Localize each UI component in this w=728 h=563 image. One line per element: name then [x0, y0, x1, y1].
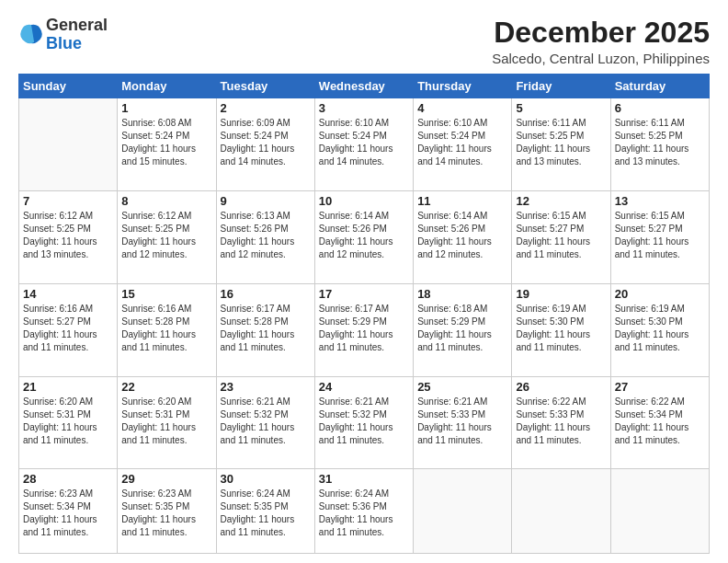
calendar-cell: 25Sunrise: 6:21 AMSunset: 5:33 PMDayligh… [414, 376, 512, 469]
month-title: December 2025 [492, 17, 710, 49]
day-info: Sunrise: 6:13 AMSunset: 5:26 PMDaylight:… [221, 210, 311, 261]
day-number: 5 [516, 101, 606, 115]
page: General Blue December 2025 Salcedo, Cent… [0, 0, 728, 563]
calendar-cell: 23Sunrise: 6:21 AMSunset: 5:32 PMDayligh… [216, 376, 314, 469]
calendar-cell: 10Sunrise: 6:14 AMSunset: 5:26 PMDayligh… [314, 190, 413, 283]
calendar-week-row: 21Sunrise: 6:20 AMSunset: 5:31 PMDayligh… [19, 376, 710, 469]
calendar-cell: 22Sunrise: 6:20 AMSunset: 5:31 PMDayligh… [118, 376, 216, 469]
day-number: 6 [615, 101, 705, 115]
day-info: Sunrise: 6:24 AMSunset: 5:36 PMDaylight:… [319, 488, 409, 539]
day-info: Sunrise: 6:21 AMSunset: 5:32 PMDaylight:… [221, 396, 311, 447]
day-number: 14 [23, 287, 113, 301]
calendar-cell: 2Sunrise: 6:09 AMSunset: 5:24 PMDaylight… [216, 98, 314, 191]
location-title: Salcedo, Central Luzon, Philippines [492, 51, 710, 66]
calendar-cell: 3Sunrise: 6:10 AMSunset: 5:24 PMDaylight… [314, 98, 413, 191]
day-number: 31 [319, 472, 409, 486]
day-info: Sunrise: 6:14 AMSunset: 5:26 PMDaylight:… [417, 210, 507, 261]
calendar-cell: 20Sunrise: 6:19 AMSunset: 5:30 PMDayligh… [610, 283, 709, 376]
calendar-cell: 14Sunrise: 6:16 AMSunset: 5:27 PMDayligh… [19, 283, 118, 376]
day-number: 10 [319, 194, 409, 208]
calendar-cell: 16Sunrise: 6:17 AMSunset: 5:28 PMDayligh… [216, 283, 314, 376]
day-info: Sunrise: 6:18 AMSunset: 5:29 PMDaylight:… [417, 303, 507, 354]
day-number: 2 [221, 101, 311, 115]
day-number: 20 [615, 287, 705, 301]
day-number: 11 [417, 194, 507, 208]
calendar-cell: 30Sunrise: 6:24 AMSunset: 5:35 PMDayligh… [216, 469, 314, 554]
day-number: 22 [121, 380, 211, 394]
day-info: Sunrise: 6:22 AMSunset: 5:33 PMDaylight:… [516, 396, 606, 447]
header: General Blue December 2025 Salcedo, Cent… [18, 17, 710, 66]
calendar-cell: 19Sunrise: 6:19 AMSunset: 5:30 PMDayligh… [512, 283, 610, 376]
day-number: 12 [516, 194, 606, 208]
day-info: Sunrise: 6:17 AMSunset: 5:28 PMDaylight:… [221, 303, 311, 354]
calendar-cell: 27Sunrise: 6:22 AMSunset: 5:34 PMDayligh… [610, 376, 709, 469]
calendar-cell: 6Sunrise: 6:11 AMSunset: 5:25 PMDaylight… [610, 98, 709, 191]
day-info: Sunrise: 6:17 AMSunset: 5:29 PMDaylight:… [319, 303, 409, 354]
day-info: Sunrise: 6:09 AMSunset: 5:24 PMDaylight:… [221, 117, 311, 168]
calendar-cell: 17Sunrise: 6:17 AMSunset: 5:29 PMDayligh… [314, 283, 413, 376]
calendar-cell [512, 469, 610, 554]
calendar-cell: 13Sunrise: 6:15 AMSunset: 5:27 PMDayligh… [610, 190, 709, 283]
day-number: 21 [23, 380, 113, 394]
day-info: Sunrise: 6:19 AMSunset: 5:30 PMDaylight:… [615, 303, 705, 354]
day-info: Sunrise: 6:21 AMSunset: 5:33 PMDaylight:… [417, 396, 507, 447]
day-number: 4 [417, 101, 507, 115]
calendar-cell: 26Sunrise: 6:22 AMSunset: 5:33 PMDayligh… [512, 376, 610, 469]
weekday-header-cell: Sunday [19, 75, 118, 98]
calendar-week-row: 1Sunrise: 6:08 AMSunset: 5:24 PMDaylight… [19, 98, 710, 191]
calendar-cell: 28Sunrise: 6:23 AMSunset: 5:34 PMDayligh… [19, 469, 118, 554]
day-info: Sunrise: 6:22 AMSunset: 5:34 PMDaylight:… [615, 396, 705, 447]
day-number: 15 [121, 287, 211, 301]
day-number: 3 [319, 101, 409, 115]
calendar-cell: 4Sunrise: 6:10 AMSunset: 5:24 PMDaylight… [414, 98, 512, 191]
weekday-header-cell: Saturday [610, 75, 709, 98]
day-info: Sunrise: 6:20 AMSunset: 5:31 PMDaylight:… [23, 396, 113, 447]
day-number: 28 [23, 472, 113, 486]
day-info: Sunrise: 6:11 AMSunset: 5:25 PMDaylight:… [516, 117, 606, 168]
day-info: Sunrise: 6:23 AMSunset: 5:34 PMDaylight:… [23, 488, 113, 539]
day-number: 23 [221, 380, 311, 394]
calendar-cell: 1Sunrise: 6:08 AMSunset: 5:24 PMDaylight… [118, 98, 216, 191]
day-info: Sunrise: 6:15 AMSunset: 5:27 PMDaylight:… [516, 210, 606, 261]
weekday-header-cell: Wednesday [314, 75, 413, 98]
day-number: 29 [121, 472, 211, 486]
day-number: 24 [319, 380, 409, 394]
day-info: Sunrise: 6:10 AMSunset: 5:24 PMDaylight:… [319, 117, 409, 168]
calendar-week-row: 7Sunrise: 6:12 AMSunset: 5:25 PMDaylight… [19, 190, 710, 283]
day-number: 1 [121, 101, 211, 115]
day-info: Sunrise: 6:12 AMSunset: 5:25 PMDaylight:… [121, 210, 211, 261]
calendar-cell: 12Sunrise: 6:15 AMSunset: 5:27 PMDayligh… [512, 190, 610, 283]
day-info: Sunrise: 6:21 AMSunset: 5:32 PMDaylight:… [319, 396, 409, 447]
calendar-cell: 11Sunrise: 6:14 AMSunset: 5:26 PMDayligh… [414, 190, 512, 283]
day-info: Sunrise: 6:24 AMSunset: 5:35 PMDaylight:… [221, 488, 311, 539]
title-block: December 2025 Salcedo, Central Luzon, Ph… [492, 17, 710, 66]
weekday-header-cell: Tuesday [216, 75, 314, 98]
weekday-header-cell: Thursday [414, 75, 512, 98]
calendar-cell: 29Sunrise: 6:23 AMSunset: 5:35 PMDayligh… [118, 469, 216, 554]
calendar-cell: 21Sunrise: 6:20 AMSunset: 5:31 PMDayligh… [19, 376, 118, 469]
day-info: Sunrise: 6:10 AMSunset: 5:24 PMDaylight:… [417, 117, 507, 168]
calendar-table: SundayMondayTuesdayWednesdayThursdayFrid… [18, 74, 710, 554]
day-number: 9 [221, 194, 311, 208]
calendar-cell: 24Sunrise: 6:21 AMSunset: 5:32 PMDayligh… [314, 376, 413, 469]
logo-icon [18, 22, 44, 48]
day-info: Sunrise: 6:20 AMSunset: 5:31 PMDaylight:… [121, 396, 211, 447]
weekday-header-cell: Friday [512, 75, 610, 98]
day-number: 8 [121, 194, 211, 208]
calendar-cell: 31Sunrise: 6:24 AMSunset: 5:36 PMDayligh… [314, 469, 413, 554]
day-number: 27 [615, 380, 705, 394]
day-info: Sunrise: 6:16 AMSunset: 5:28 PMDaylight:… [121, 303, 211, 354]
calendar-body: 1Sunrise: 6:08 AMSunset: 5:24 PMDaylight… [19, 98, 710, 554]
day-number: 13 [615, 194, 705, 208]
day-number: 18 [417, 287, 507, 301]
calendar-cell [610, 469, 709, 554]
weekday-header-row: SundayMondayTuesdayWednesdayThursdayFrid… [19, 75, 710, 98]
weekday-header-cell: Monday [118, 75, 216, 98]
day-info: Sunrise: 6:12 AMSunset: 5:25 PMDaylight:… [23, 210, 113, 261]
logo-text: General Blue [46, 17, 108, 53]
day-info: Sunrise: 6:11 AMSunset: 5:25 PMDaylight:… [615, 117, 705, 168]
calendar-week-row: 14Sunrise: 6:16 AMSunset: 5:27 PMDayligh… [19, 283, 710, 376]
day-info: Sunrise: 6:23 AMSunset: 5:35 PMDaylight:… [121, 488, 211, 539]
logo: General Blue [18, 17, 108, 53]
day-info: Sunrise: 6:15 AMSunset: 5:27 PMDaylight:… [615, 210, 705, 261]
